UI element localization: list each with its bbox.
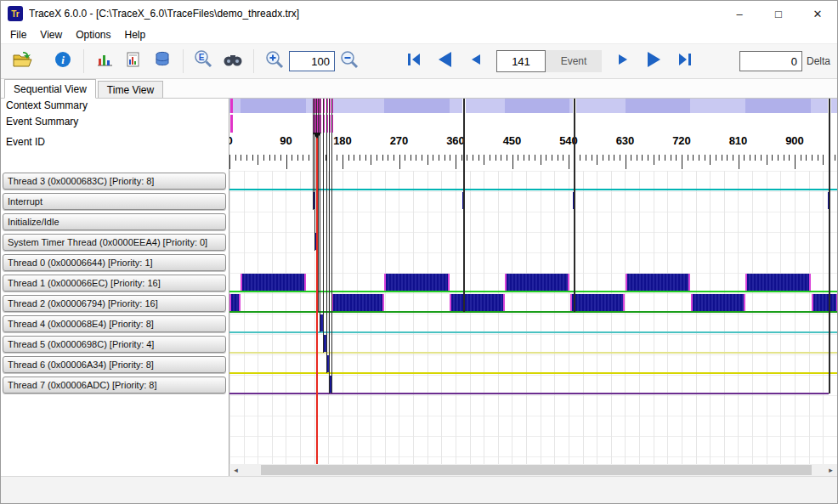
event-number-input[interactable]: [496, 50, 546, 72]
ruler-tick: [252, 155, 253, 161]
thread-button-10[interactable]: Thread 7 (0x00006ADC) [Priority: 8]: [3, 377, 226, 394]
thread-button-5[interactable]: Thread 1 (0x000066EC) [Priority: 16]: [3, 275, 226, 292]
zoom-in-button[interactable]: [260, 47, 289, 76]
zoom-value-input[interactable]: [289, 51, 335, 71]
thread-button-7[interactable]: Thread 4 (0x000068E4) [Priority: 8]: [3, 315, 226, 332]
timeline[interactable]: 090180270360450540630720810900 ◂ ▸: [229, 99, 837, 476]
ruler-tick: [676, 155, 677, 161]
zoom-out-icon: [339, 49, 360, 73]
execution-bar[interactable]: [626, 274, 691, 291]
ruler-tick: [744, 155, 745, 161]
execution-bar[interactable]: [384, 274, 450, 291]
tab-bar: Sequential ViewTime View: [1, 79, 837, 99]
thread-button-9[interactable]: Thread 6 (0x00006A34) [Priority: 8]: [3, 356, 226, 373]
ruler-tick: [546, 155, 546, 161]
go-first-event-button[interactable]: [405, 51, 422, 71]
ruler-label: 900: [778, 134, 812, 147]
ruler-tick: [456, 155, 456, 169]
sidebar: Context Summary Event Summary Event ID T…: [1, 99, 229, 476]
ruler-tick: [535, 155, 535, 161]
ruler-tick: [665, 155, 665, 161]
execution-bar[interactable]: [241, 274, 306, 291]
ruler-label: 450: [495, 134, 529, 147]
delta-field-label: Delta: [807, 55, 830, 67]
tab-time-view[interactable]: Time View: [98, 81, 163, 98]
ruler-tick: [586, 155, 586, 161]
go-last-event-button[interactable]: [677, 51, 694, 71]
ruler-label: 270: [382, 134, 416, 147]
menu-bar: FileViewOptionsHelp: [1, 26, 837, 43]
ruler-label: 720: [665, 134, 699, 147]
execution-bar[interactable]: [570, 294, 625, 311]
menu-item-options[interactable]: Options: [69, 27, 117, 42]
thread-button-1[interactable]: Interrupt: [3, 193, 226, 210]
svg-text:i: i: [61, 54, 65, 66]
execution-bar[interactable]: [745, 274, 811, 291]
ruler-tick: [382, 155, 383, 161]
ruler-tick: [631, 155, 631, 161]
context-strip-segment: [241, 99, 306, 113]
next-event-button[interactable]: [615, 53, 631, 70]
thread-stats-button[interactable]: [119, 47, 148, 76]
thread-button-3[interactable]: System Timer Thread (0x0000EEA4) [Priori…: [3, 234, 226, 251]
execution-bar[interactable]: [331, 294, 384, 311]
scroll-track[interactable]: [242, 464, 824, 476]
ruler-tick: [422, 155, 422, 161]
execution-bar[interactable]: [229, 294, 241, 311]
thread-button-2[interactable]: Initialize/Idle: [3, 213, 226, 230]
ruler-tick: [592, 155, 592, 161]
tracex-window: Tr TraceX 6.0.0 - [C:\TraceX_6.0\TraceFi…: [0, 0, 838, 504]
performance-stats-button[interactable]: [90, 47, 119, 76]
zoom-fit-button[interactable]: E: [190, 47, 218, 76]
ruler-tick: [614, 155, 614, 161]
about-button[interactable]: i: [48, 47, 77, 76]
ruler-tick: [580, 155, 580, 161]
ruler-tick: [309, 155, 309, 161]
prev-event-button[interactable]: [468, 53, 484, 70]
ruler-tick: [292, 155, 292, 161]
ruler-tick: [563, 155, 563, 161]
report-icon: [126, 52, 141, 71]
big-right-arrow-icon: [643, 50, 665, 72]
thread-button-8[interactable]: Thread 5 (0x0000698C) [Priority: 4]: [3, 336, 226, 353]
thread-slot: Thread 7 (0x00006ADC) [Priority: 8]: [1, 375, 229, 395]
tab-sequential-view[interactable]: Sequential View: [4, 79, 96, 99]
cursor-line[interactable]: [316, 133, 318, 464]
minimize-button[interactable]: –: [720, 1, 759, 26]
app-icon: Tr: [8, 6, 23, 21]
thread-slot: System Timer Thread (0x0000EEA4) [Priori…: [1, 232, 229, 252]
ruler-tick: [229, 155, 230, 169]
file-stats-button[interactable]: [148, 47, 177, 76]
menu-item-help[interactable]: Help: [118, 27, 153, 42]
ruler-tick: [529, 155, 529, 161]
zoom-out-button[interactable]: [335, 47, 364, 76]
ruler-label: 90: [269, 134, 303, 147]
execution-bar[interactable]: [505, 274, 570, 291]
ruler-tick: [722, 155, 722, 161]
next-page-button[interactable]: [643, 50, 665, 72]
execution-bar[interactable]: [691, 294, 745, 311]
menu-item-file[interactable]: File: [3, 27, 33, 42]
scroll-right-button[interactable]: ▸: [824, 464, 837, 476]
maximize-button[interactable]: □: [759, 1, 798, 26]
open-trace-button[interactable]: [8, 47, 37, 76]
ruler-tick: [512, 155, 513, 169]
thread-button-6[interactable]: Thread 2 (0x00006794) [Priority: 16]: [3, 295, 226, 312]
scroll-left-button[interactable]: ◂: [229, 464, 242, 476]
execution-bar[interactable]: [812, 294, 837, 311]
ruler-tick: [789, 155, 790, 161]
delta-value-input[interactable]: [739, 51, 802, 71]
find-button[interactable]: [218, 47, 247, 76]
prev-page-button[interactable]: [434, 50, 456, 72]
execution-bar[interactable]: [450, 294, 504, 311]
ruler-label: 540: [552, 134, 586, 147]
scroll-thumb[interactable]: [261, 465, 812, 475]
thread-button-4[interactable]: Thread 0 (0x00006644) [Priority: 1]: [3, 254, 226, 271]
ruler-tick: [388, 155, 388, 161]
ruler-tick: [518, 155, 518, 161]
thread-button-0[interactable]: Thread 3 (0x0000683C) [Priority: 8]: [3, 173, 226, 190]
menu-item-view[interactable]: View: [33, 27, 69, 42]
ruler-tick: [337, 155, 337, 161]
close-button[interactable]: ✕: [798, 1, 837, 26]
ruler-tick: [365, 155, 366, 161]
